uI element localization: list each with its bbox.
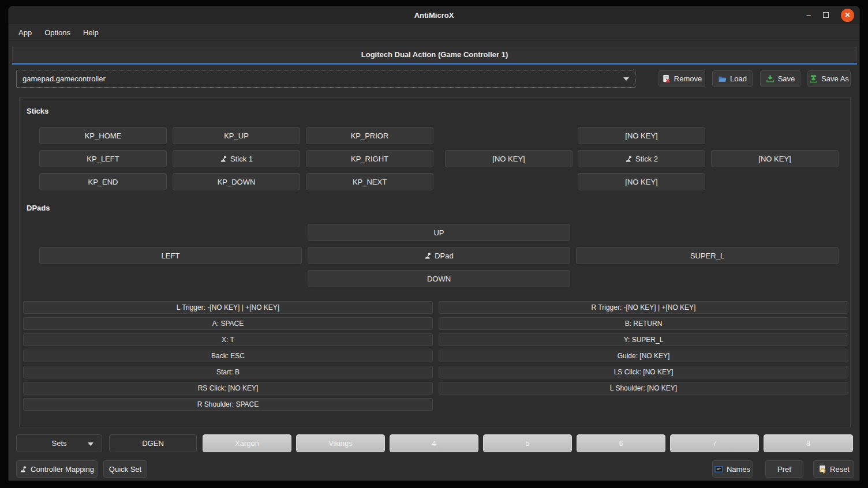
- button-b[interactable]: B: RETURN: [439, 317, 848, 330]
- save-as-icon: [809, 74, 818, 83]
- maximize-button[interactable]: [818, 6, 834, 24]
- minimize-icon: –: [806, 10, 810, 19]
- stick1-up-button[interactable]: KP_UP: [173, 127, 300, 144]
- names-button[interactable]: Names: [712, 460, 753, 478]
- set-tab-1[interactable]: DGEN: [109, 434, 197, 452]
- close-button[interactable]: ✕: [841, 9, 854, 22]
- chevron-down-icon: [88, 442, 93, 446]
- save-as-button[interactable]: Save As: [807, 70, 851, 87]
- joystick-icon: [220, 155, 227, 163]
- stick2-left-button[interactable]: [NO KEY]: [445, 150, 573, 167]
- remove-button-label: Remove: [674, 74, 702, 83]
- stick2-center-button[interactable]: Stick 2: [578, 150, 705, 167]
- screenshot-stage: AntiMicroX – ✕ App Options Help Logitech…: [0, 0, 868, 488]
- text-field-icon: [714, 466, 723, 473]
- stick2-down-button[interactable]: [NO KEY]: [578, 173, 705, 190]
- controller-mapping-button[interactable]: Controller Mapping: [16, 460, 98, 478]
- joystick-icon: [424, 252, 432, 260]
- stick1-down-button[interactable]: KP_DOWN: [173, 173, 300, 190]
- button-rs-click[interactable]: RS Click: [NO KEY]: [23, 382, 433, 395]
- controller-mapping-label: Controller Mapping: [31, 465, 94, 474]
- dpads-group-label: DPads: [27, 204, 50, 212]
- save-button-label: Save: [778, 74, 795, 83]
- set-tab-5[interactable]: 5: [483, 434, 572, 452]
- quick-set-button[interactable]: Quick Set: [103, 460, 147, 478]
- save-button[interactable]: Save: [760, 70, 800, 87]
- button-x[interactable]: X: T: [23, 333, 433, 346]
- sticks-group-label: Sticks: [27, 107, 48, 115]
- remove-button[interactable]: Remove: [659, 70, 705, 87]
- title-bar: AntiMicroX – ✕: [9, 6, 859, 24]
- stick2-up-button[interactable]: [NO KEY]: [578, 127, 705, 144]
- maximize-icon: [823, 12, 829, 18]
- button-ls-click[interactable]: LS Click: [NO KEY]: [439, 366, 848, 378]
- dpad-right-button[interactable]: SUPER_L: [576, 247, 839, 264]
- pref-button[interactable]: Pref: [765, 460, 803, 478]
- load-button[interactable]: Load: [712, 70, 753, 87]
- controller-tab-title: Logitech Dual Action (Game Controller 1): [13, 47, 856, 62]
- reset-label: Reset: [830, 465, 850, 474]
- stick1-up-right-button[interactable]: KP_PRIOR: [306, 127, 433, 144]
- r-trigger-button[interactable]: R Trigger: -[NO KEY] | +[NO KEY]: [439, 301, 848, 314]
- stick1-up-left-button[interactable]: KP_HOME: [39, 127, 167, 144]
- button-back[interactable]: Back: ESC: [23, 350, 433, 362]
- window-title: AntiMicroX: [9, 6, 859, 24]
- button-a[interactable]: A: SPACE: [23, 317, 433, 330]
- reset-button[interactable]: Reset: [813, 460, 854, 478]
- save-as-button-label: Save As: [821, 74, 849, 83]
- dpad-up-button[interactable]: UP: [308, 224, 570, 241]
- set-tab-8[interactable]: 8: [764, 434, 853, 452]
- l-trigger-button[interactable]: L Trigger: -[NO KEY] | +[NO KEY]: [23, 301, 433, 314]
- minimize-button[interactable]: –: [800, 6, 817, 24]
- menu-options[interactable]: Options: [39, 26, 76, 39]
- set-tab-2[interactable]: Xargon: [203, 434, 291, 452]
- mapping-frame: Sticks KP_HOME KP_UP KP_PRIOR KP_LEFT St…: [19, 97, 851, 427]
- set-tab-3[interactable]: Vikings: [296, 434, 385, 452]
- names-label: Names: [727, 465, 750, 474]
- button-l-shoulder[interactable]: L Shoulder: [NO KEY]: [439, 382, 848, 395]
- button-r-shoulder[interactable]: R Shoulder: SPACE: [23, 398, 433, 411]
- button-guide[interactable]: Guide: [NO KEY]: [439, 350, 848, 362]
- controller-tab[interactable]: Logitech Dual Action (Game Controller 1): [12, 47, 857, 63]
- button-y[interactable]: Y: SUPER_L: [439, 333, 848, 346]
- app-window: AntiMicroX – ✕ App Options Help Logitech…: [8, 6, 860, 481]
- menu-bar: App Options Help: [9, 25, 859, 41]
- stick1-center-label: Stick 1: [230, 155, 253, 163]
- folder-open-icon: [718, 74, 727, 83]
- reset-icon: [818, 465, 826, 474]
- profile-combobox-value: gamepad.gamecontroller: [23, 74, 106, 83]
- tab-accent-line: [12, 63, 857, 65]
- stick1-right-button[interactable]: KP_RIGHT: [306, 150, 433, 167]
- menu-app[interactable]: App: [13, 26, 37, 39]
- stick1-down-right-button[interactable]: KP_NEXT: [306, 173, 433, 190]
- close-icon: ✕: [844, 11, 850, 19]
- set-tab-4[interactable]: 4: [390, 434, 478, 452]
- set-tab-6[interactable]: 6: [577, 434, 665, 452]
- stick2-center-label: Stick 2: [635, 155, 658, 163]
- dpad-center-label: DPad: [435, 251, 454, 260]
- button-start[interactable]: Start: B: [23, 366, 433, 378]
- menu-help[interactable]: Help: [78, 26, 104, 39]
- load-button-label: Load: [730, 74, 747, 83]
- pref-label: Pref: [777, 465, 791, 474]
- stick1-down-left-button[interactable]: KP_END: [39, 173, 167, 190]
- profile-combobox[interactable]: gamepad.gamecontroller: [16, 70, 635, 88]
- quick-set-label: Quick Set: [109, 465, 141, 474]
- joystick-icon: [20, 466, 27, 473]
- stick2-right-button[interactable]: [NO KEY]: [711, 150, 839, 167]
- sets-menu-label: Sets: [51, 439, 66, 448]
- dpad-down-button[interactable]: DOWN: [308, 270, 570, 287]
- stick1-center-button[interactable]: Stick 1: [173, 150, 300, 167]
- dpad-center-button[interactable]: DPad: [308, 247, 570, 264]
- sets-menu-button[interactable]: Sets: [16, 434, 102, 452]
- remove-icon: [662, 74, 671, 83]
- joystick-icon: [625, 155, 633, 163]
- set-tab-7[interactable]: 7: [670, 434, 759, 452]
- stick1-left-button[interactable]: KP_LEFT: [39, 150, 167, 167]
- dpad-left-button[interactable]: LEFT: [39, 247, 302, 264]
- save-icon: [766, 74, 775, 83]
- chevron-down-icon: [623, 77, 629, 81]
